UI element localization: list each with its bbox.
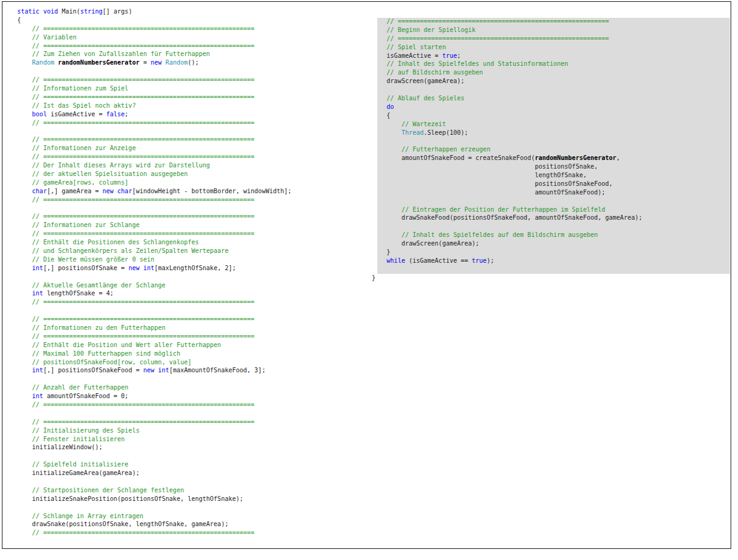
code-line: initializeGameArea(gameArea); <box>17 469 292 478</box>
code-line: // Startpositionen der Schlange festlege… <box>17 486 292 495</box>
code-line: // Maximal 100 Futterhappen sind möglich <box>17 350 292 358</box>
code-line: positionsOfSnake, <box>372 162 643 171</box>
code-line: // Initialisierung des Spiels <box>17 426 292 435</box>
code-line <box>17 204 292 212</box>
code-line: // Der Inhalt dieses Arrays wird zur Dar… <box>17 161 292 170</box>
code-line: amountOfSnakeFood); <box>372 188 643 197</box>
code-column-right: // =====================================… <box>372 17 643 282</box>
code-line: // Spielfeld initialisiere <box>17 460 292 469</box>
code-line: // Inhalt des Spielfeldes und Statusinfo… <box>372 60 643 68</box>
code-line: // =====================================… <box>17 230 292 238</box>
code-line: char[,] gameArea = new char[windowHeight… <box>17 187 292 196</box>
code-line: drawScreen(gameArea); <box>372 77 643 86</box>
code-line: // Zum Ziehen von Zufallszahlen für Futt… <box>17 50 292 58</box>
code-line <box>372 197 643 206</box>
code-line <box>372 222 643 231</box>
code-line: { <box>17 16 292 25</box>
code-line: drawSnake(positionsOfSnake, lengthOfSnak… <box>17 520 292 529</box>
code-line: // =====================================… <box>17 76 292 84</box>
code-line: // positionsOfSnakeFood[row, column, val… <box>17 358 292 367</box>
code-line <box>17 409 292 418</box>
code-line <box>17 273 292 281</box>
code-line: // Die Werte müssen größer 0 sein <box>17 255 292 264</box>
code-line: // Fenster initialisieren <box>17 435 292 444</box>
code-line: Random randomNumbersGenerator = new Rand… <box>17 58 292 67</box>
code-line <box>17 127 292 135</box>
code-line: } <box>372 248 643 257</box>
code-line: int lengthOfSnake = 4; <box>17 289 292 298</box>
code-line: initializeWindow(); <box>17 443 292 452</box>
code-line <box>17 478 292 486</box>
code-line: // =====================================… <box>17 529 292 537</box>
code-line: static void Main(string[] args) <box>17 7 292 16</box>
code-line: // Ablauf des Spieles <box>372 94 643 103</box>
code-column-left: static void Main(string[] args){ // ====… <box>17 7 292 537</box>
code-line <box>17 452 292 460</box>
code-line: // Eintragen der Position der Futterhapp… <box>372 206 643 214</box>
code-line: drawSnakeFood(positionsOfSnakeFood, amou… <box>372 214 643 222</box>
code-line <box>17 375 292 383</box>
code-line: // Aktuelle Gesamtlänge der Schlange <box>17 281 292 290</box>
code-line: // =====================================… <box>17 418 292 426</box>
code-line: // Variablen <box>17 33 292 42</box>
code-line: positionsOfSnakeFood, <box>372 180 643 188</box>
code-line: // Beginn der Spiellogik <box>372 26 643 34</box>
code-line <box>17 503 292 512</box>
code-line: amountOfSnakeFood = createSnakeFood(rand… <box>372 154 643 162</box>
code-line: int[,] positionsOfSnake = new int[maxLen… <box>17 264 292 273</box>
code-line: } <box>372 274 643 282</box>
code-line: // Wartezeit <box>372 120 643 129</box>
code-line: // =====================================… <box>17 212 292 221</box>
code-line: initializeSnakePosition(positionsOfSnake… <box>17 495 292 503</box>
code-line: // Informationen zum Spiel <box>17 84 292 93</box>
code-line: // =====================================… <box>17 25 292 33</box>
code-line: // =====================================… <box>17 332 292 341</box>
code-line: // Futterhappen erzeugen <box>372 145 643 154</box>
code-line: int[,] positionsOfSnakeFood = new int[ma… <box>17 366 292 375</box>
code-line <box>17 67 292 76</box>
code-line: drawScreen(gameArea); <box>372 239 643 248</box>
code-line: { <box>372 111 643 120</box>
code-line <box>372 265 643 274</box>
code-line: // Inhalt des Spielfeldes auf dem Bildsc… <box>372 231 643 239</box>
code-line: // der aktuellen Spielsituation ausgegeb… <box>17 170 292 178</box>
code-line: // =====================================… <box>17 135 292 144</box>
code-line: // Anzahl der Futterhappen <box>17 383 292 392</box>
code-line: // =====================================… <box>372 34 643 43</box>
code-line: // Informationen zu den Futterhappen <box>17 324 292 332</box>
code-line <box>372 137 643 145</box>
code-line: // =====================================… <box>372 17 643 26</box>
code-line: // und Schlangenkörpers als Zeilen/Spalt… <box>17 247 292 255</box>
code-listing-page: { "page": { "background": "#ffffff", "fr… <box>0 0 738 560</box>
code-line: // Enthält die Position und Wert aller F… <box>17 341 292 350</box>
code-line: // Enthält die Positionen des Schlangenk… <box>17 238 292 247</box>
code-line: // =====================================… <box>17 153 292 161</box>
code-line: // Informationen zur Schlange <box>17 221 292 230</box>
code-line: // Ist das Spiel noch aktiv? <box>17 102 292 110</box>
code-line: // =====================================… <box>17 298 292 306</box>
code-line: // auf Bildschirm ausgeben <box>372 68 643 77</box>
code-line: // =====================================… <box>17 42 292 50</box>
code-line: // =====================================… <box>17 315 292 324</box>
code-line: // =====================================… <box>17 93 292 102</box>
code-line: // =====================================… <box>17 119 292 127</box>
code-line: lengthOfSnake, <box>372 171 643 180</box>
code-line: bool isGameActive = false; <box>17 110 292 119</box>
code-line: // gameArea[rows, columns] <box>17 178 292 187</box>
code-line: // =====================================… <box>17 196 292 204</box>
code-line: Thread.Sleep(100); <box>372 129 643 137</box>
code-line: // Spiel starten <box>372 43 643 52</box>
code-line <box>17 306 292 315</box>
code-line: // =====================================… <box>17 401 292 409</box>
code-line <box>372 86 643 94</box>
code-line: isGameActive = true; <box>372 52 643 60</box>
code-line: // Informationen zur Anzeige <box>17 144 292 153</box>
code-line: do <box>372 103 643 111</box>
code-line: while (isGameActive == true); <box>372 257 643 265</box>
code-line: // Schlange in Array eintragen <box>17 512 292 521</box>
code-line: int amountOfSnakeFood = 0; <box>17 392 292 401</box>
